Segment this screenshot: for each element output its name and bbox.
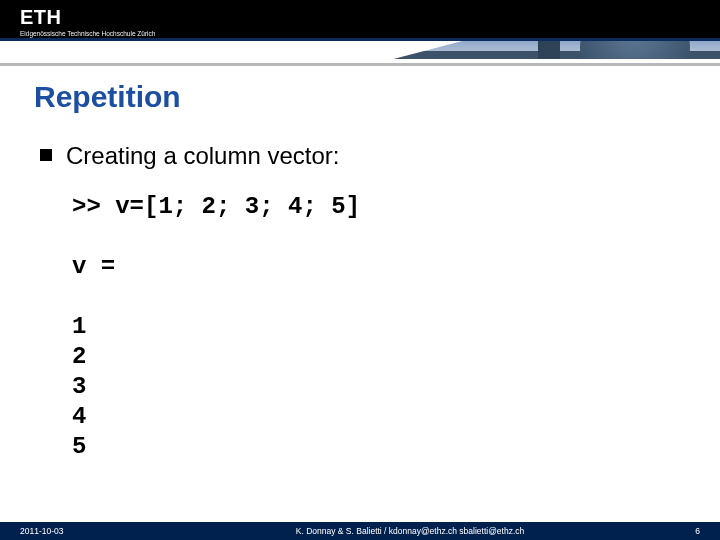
footer-date: 2011-10-03 — [0, 526, 160, 536]
slide-title: Repetition — [34, 80, 686, 114]
header-divider-grey — [0, 63, 720, 66]
footer-authors: K. Donnay & S. Balietti / kdonnay@ethz.c… — [160, 526, 660, 536]
header-divider-blue — [0, 38, 720, 41]
logo-text: ETH — [20, 6, 155, 29]
bullet-item: Creating a column vector: — [40, 142, 686, 170]
bullet-list: Creating a column vector: >> v=[1; 2; 3;… — [34, 142, 686, 462]
slide: ETH Eidgenössische Technische Hochschule… — [0, 0, 720, 540]
code-block: >> v=[1; 2; 3; 4; 5] v = 1 2 3 4 5 — [40, 192, 686, 462]
slide-header: ETH Eidgenössische Technische Hochschule… — [0, 0, 720, 68]
footer-page-number: 6 — [660, 526, 720, 536]
logo-subtext-1: Eidgenössische Technische Hochschule Zür… — [20, 30, 155, 37]
bullet-marker-icon — [40, 149, 52, 161]
slide-footer: 2011-10-03 K. Donnay & S. Balietti / kdo… — [0, 522, 720, 540]
bullet-text: Creating a column vector: — [66, 142, 339, 170]
slide-content: Repetition Creating a column vector: >> … — [0, 68, 720, 540]
